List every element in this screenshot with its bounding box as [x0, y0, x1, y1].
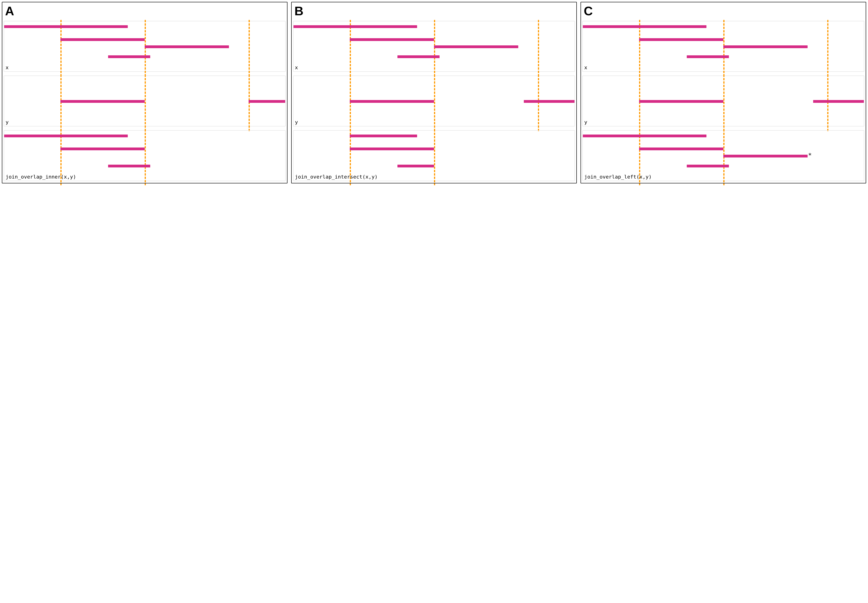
panel-b-id: B	[293, 4, 575, 19]
guide-line	[827, 20, 828, 76]
interval-bar	[687, 55, 729, 58]
panel-c-sub-result: join_overlap_left(x,y) *	[582, 130, 864, 181]
interval-bar	[350, 38, 434, 41]
panel-b-sub-y: y	[293, 76, 575, 127]
interval-bar	[813, 100, 864, 103]
interval-bar	[248, 100, 285, 103]
panel-c-sub-x: x	[582, 21, 864, 72]
guide-line	[145, 74, 146, 131]
interval-bar	[723, 45, 808, 48]
panel-c: C x y join_overlap_left(x,y)	[581, 2, 866, 183]
interval-bar	[583, 135, 706, 137]
guide-line	[827, 74, 828, 131]
interval-bar	[108, 165, 150, 167]
interval-bar	[524, 100, 575, 103]
interval-bar	[583, 25, 706, 28]
interval-bar	[398, 55, 439, 58]
sub-label: join_overlap_inner(x,y)	[6, 174, 76, 180]
interval-bar	[108, 55, 150, 58]
guide-line	[145, 20, 146, 76]
guide-line	[538, 74, 539, 131]
sub-label: x	[295, 65, 298, 70]
sub-label: x	[6, 65, 9, 70]
guide-line	[350, 20, 351, 76]
interval-bar	[4, 135, 128, 137]
sub-label: join_overlap_intersect(x,y)	[295, 174, 378, 180]
interval-bar	[639, 147, 723, 150]
guide-line	[60, 74, 62, 131]
interval-bar	[434, 45, 518, 48]
guide-line	[434, 20, 435, 76]
sub-label: y	[6, 119, 9, 125]
sub-label: join_overlap_left(x,y)	[584, 174, 652, 180]
guide-line	[723, 74, 725, 131]
panel-b-sub-x: x	[293, 21, 575, 72]
panel-a: A x y join_overlap_inner(x,y)	[2, 2, 287, 183]
interval-bar	[398, 165, 434, 167]
bar-annotation: *	[808, 152, 812, 159]
interval-bar	[350, 147, 434, 150]
guide-line	[248, 20, 250, 76]
interval-bar	[639, 38, 723, 41]
interval-bar	[687, 165, 729, 167]
guide-line	[434, 74, 435, 131]
sub-label: x	[584, 65, 587, 70]
panel-c-sub-y: y	[582, 76, 864, 127]
interval-bar	[60, 147, 145, 150]
interval-bar	[639, 100, 723, 103]
guide-line	[639, 20, 640, 76]
guide-line	[538, 20, 539, 76]
panel-b-sub-result: join_overlap_intersect(x,y)	[293, 130, 575, 181]
figure: A x y join_overlap_inner(x,y)	[0, 0, 868, 185]
guide-line	[248, 74, 250, 131]
panel-a-sub-x: x	[4, 21, 286, 72]
guide-line	[350, 74, 351, 131]
panel-b: B x y join_overlap_intersect(x,y)	[291, 2, 577, 183]
sub-label: y	[295, 119, 298, 125]
interval-bar	[60, 100, 145, 103]
interval-bar	[723, 155, 808, 158]
guide-line	[723, 20, 725, 76]
interval-bar	[350, 135, 417, 137]
interval-bar	[350, 100, 434, 103]
guide-line	[639, 74, 640, 131]
panel-a-id: A	[4, 4, 286, 19]
panel-a-sub-y: y	[4, 76, 286, 127]
panel-a-sub-result: join_overlap_inner(x,y)	[4, 130, 286, 181]
interval-bar	[4, 25, 128, 28]
interval-bar	[293, 25, 417, 28]
interval-bar	[60, 38, 145, 41]
interval-bar	[145, 45, 229, 48]
panel-c-id: C	[582, 4, 864, 19]
sub-label: y	[584, 119, 587, 125]
guide-line	[434, 129, 435, 185]
guide-line	[145, 129, 146, 185]
guide-line	[60, 20, 62, 76]
